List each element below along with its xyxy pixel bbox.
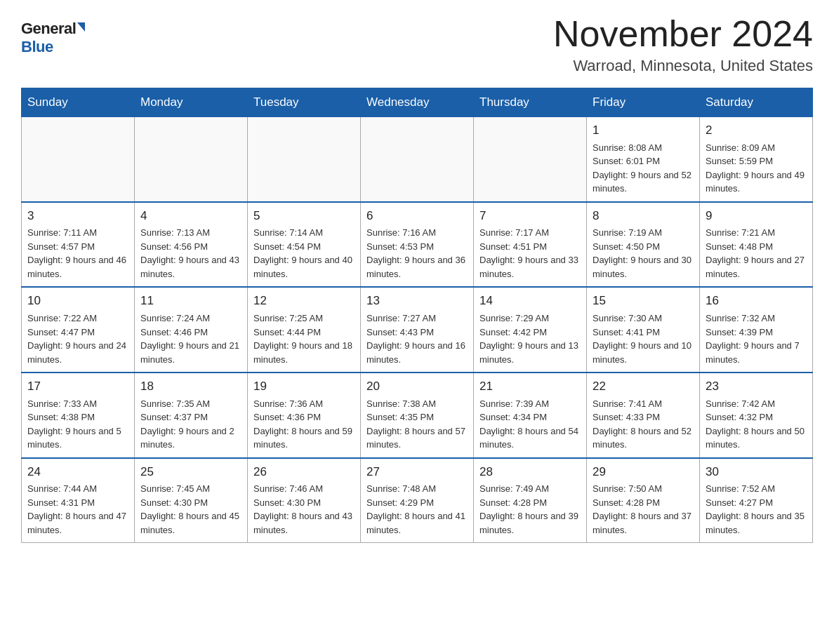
- day-info: Sunrise: 7:30 AM Sunset: 4:41 PM Dayligh…: [593, 311, 694, 366]
- calendar-cell: [135, 117, 248, 202]
- calendar-week-row: 1Sunrise: 8:08 AM Sunset: 6:01 PM Daylig…: [22, 117, 813, 202]
- day-info: Sunrise: 7:38 AM Sunset: 4:35 PM Dayligh…: [366, 397, 468, 452]
- calendar-cell: 21Sunrise: 7:39 AM Sunset: 4:34 PM Dayli…: [474, 373, 587, 458]
- day-info: Sunrise: 7:48 AM Sunset: 4:29 PM Dayligh…: [366, 482, 468, 537]
- day-info: Sunrise: 7:24 AM Sunset: 4:46 PM Dayligh…: [140, 311, 241, 366]
- day-number: 4: [140, 208, 241, 225]
- day-number: 29: [593, 464, 694, 481]
- calendar-cell: 23Sunrise: 7:42 AM Sunset: 4:32 PM Dayli…: [700, 373, 813, 458]
- calendar-header-saturday: Saturday: [700, 88, 813, 117]
- calendar-cell: 19Sunrise: 7:36 AM Sunset: 4:36 PM Dayli…: [248, 373, 361, 458]
- title-block: November 2024 Warroad, Minnesota, United…: [553, 14, 813, 75]
- calendar-cell: 4Sunrise: 7:13 AM Sunset: 4:56 PM Daylig…: [135, 202, 248, 288]
- day-number: 5: [253, 208, 355, 225]
- day-number: 22: [593, 378, 694, 396]
- day-number: 26: [253, 464, 355, 481]
- day-info: Sunrise: 7:27 AM Sunset: 4:43 PM Dayligh…: [366, 311, 468, 366]
- calendar-cell: 24Sunrise: 7:44 AM Sunset: 4:31 PM Dayli…: [22, 458, 135, 543]
- day-info: Sunrise: 7:39 AM Sunset: 4:34 PM Dayligh…: [479, 397, 581, 452]
- day-number: 2: [706, 122, 807, 140]
- day-info: Sunrise: 7:49 AM Sunset: 4:28 PM Dayligh…: [479, 482, 581, 537]
- day-number: 17: [27, 378, 128, 396]
- calendar-cell: 7Sunrise: 7:17 AM Sunset: 4:51 PM Daylig…: [474, 202, 587, 288]
- day-number: 10: [27, 293, 128, 310]
- day-info: Sunrise: 8:08 AM Sunset: 6:01 PM Dayligh…: [593, 141, 694, 196]
- logo-blue-text: Blue: [21, 38, 53, 55]
- calendar-cell: [474, 117, 587, 202]
- calendar-header-monday: Monday: [135, 88, 248, 117]
- calendar-cell: 30Sunrise: 7:52 AM Sunset: 4:27 PM Dayli…: [700, 458, 813, 543]
- day-info: Sunrise: 7:19 AM Sunset: 4:50 PM Dayligh…: [593, 226, 694, 281]
- day-info: Sunrise: 7:52 AM Sunset: 4:27 PM Dayligh…: [706, 482, 807, 537]
- day-number: 27: [366, 464, 468, 481]
- day-number: 8: [593, 208, 694, 225]
- calendar-cell: 1Sunrise: 8:08 AM Sunset: 6:01 PM Daylig…: [587, 117, 700, 202]
- day-number: 11: [140, 293, 241, 310]
- month-title: November 2024: [553, 14, 813, 54]
- page-header: General Blue November 2024 Warroad, Minn…: [21, 14, 813, 75]
- logo-general-text: General: [21, 20, 76, 38]
- calendar-cell: 12Sunrise: 7:25 AM Sunset: 4:44 PM Dayli…: [248, 287, 361, 373]
- calendar-cell: 6Sunrise: 7:16 AM Sunset: 4:53 PM Daylig…: [361, 202, 474, 288]
- day-info: Sunrise: 7:17 AM Sunset: 4:51 PM Dayligh…: [479, 226, 581, 281]
- day-number: 16: [706, 293, 807, 310]
- day-number: 1: [593, 122, 694, 140]
- calendar-week-row: 3Sunrise: 7:11 AM Sunset: 4:57 PM Daylig…: [22, 202, 813, 288]
- calendar-cell: 28Sunrise: 7:49 AM Sunset: 4:28 PM Dayli…: [474, 458, 587, 543]
- day-info: Sunrise: 7:16 AM Sunset: 4:53 PM Dayligh…: [366, 226, 468, 281]
- day-info: Sunrise: 7:25 AM Sunset: 4:44 PM Dayligh…: [253, 311, 355, 366]
- logo: General Blue: [21, 14, 85, 56]
- day-number: 18: [140, 378, 241, 396]
- calendar-header-friday: Friday: [587, 88, 700, 117]
- calendar-cell: 16Sunrise: 7:32 AM Sunset: 4:39 PM Dayli…: [700, 287, 813, 373]
- day-number: 3: [27, 208, 128, 225]
- day-info: Sunrise: 7:29 AM Sunset: 4:42 PM Dayligh…: [479, 311, 581, 366]
- day-info: Sunrise: 7:44 AM Sunset: 4:31 PM Dayligh…: [27, 482, 128, 537]
- day-number: 20: [366, 378, 468, 396]
- calendar-cell: 18Sunrise: 7:35 AM Sunset: 4:37 PM Dayli…: [135, 373, 248, 458]
- calendar-header-tuesday: Tuesday: [248, 88, 361, 117]
- day-info: Sunrise: 7:50 AM Sunset: 4:28 PM Dayligh…: [593, 482, 694, 537]
- day-number: 24: [27, 464, 128, 481]
- calendar-cell: [361, 117, 474, 202]
- day-number: 6: [366, 208, 468, 225]
- day-number: 14: [479, 293, 581, 310]
- day-info: Sunrise: 8:09 AM Sunset: 5:59 PM Dayligh…: [706, 141, 807, 196]
- calendar-cell: 25Sunrise: 7:45 AM Sunset: 4:30 PM Dayli…: [135, 458, 248, 543]
- calendar-table: SundayMondayTuesdayWednesdayThursdayFrid…: [21, 88, 813, 543]
- day-number: 15: [593, 293, 694, 310]
- calendar-cell: 13Sunrise: 7:27 AM Sunset: 4:43 PM Dayli…: [361, 287, 474, 373]
- day-info: Sunrise: 7:35 AM Sunset: 4:37 PM Dayligh…: [140, 397, 241, 452]
- day-info: Sunrise: 7:36 AM Sunset: 4:36 PM Dayligh…: [253, 397, 355, 452]
- calendar-week-row: 10Sunrise: 7:22 AM Sunset: 4:47 PM Dayli…: [22, 287, 813, 373]
- day-number: 25: [140, 464, 241, 481]
- day-info: Sunrise: 7:45 AM Sunset: 4:30 PM Dayligh…: [140, 482, 241, 537]
- day-number: 23: [706, 378, 807, 396]
- calendar-cell: 22Sunrise: 7:41 AM Sunset: 4:33 PM Dayli…: [587, 373, 700, 458]
- calendar-cell: 8Sunrise: 7:19 AM Sunset: 4:50 PM Daylig…: [587, 202, 700, 288]
- calendar-cell: 27Sunrise: 7:48 AM Sunset: 4:29 PM Dayli…: [361, 458, 474, 543]
- day-info: Sunrise: 7:22 AM Sunset: 4:47 PM Dayligh…: [27, 311, 128, 366]
- calendar-cell: 3Sunrise: 7:11 AM Sunset: 4:57 PM Daylig…: [22, 202, 135, 288]
- day-number: 13: [366, 293, 468, 310]
- day-number: 12: [253, 293, 355, 310]
- day-info: Sunrise: 7:14 AM Sunset: 4:54 PM Dayligh…: [253, 226, 355, 281]
- calendar-cell: 2Sunrise: 8:09 AM Sunset: 5:59 PM Daylig…: [700, 117, 813, 202]
- calendar-cell: 26Sunrise: 7:46 AM Sunset: 4:30 PM Dayli…: [248, 458, 361, 543]
- day-info: Sunrise: 7:41 AM Sunset: 4:33 PM Dayligh…: [593, 397, 694, 452]
- day-info: Sunrise: 7:46 AM Sunset: 4:30 PM Dayligh…: [253, 482, 355, 537]
- calendar-week-row: 17Sunrise: 7:33 AM Sunset: 4:38 PM Dayli…: [22, 373, 813, 458]
- day-number: 7: [479, 208, 581, 225]
- day-number: 30: [706, 464, 807, 481]
- day-info: Sunrise: 7:32 AM Sunset: 4:39 PM Dayligh…: [706, 311, 807, 366]
- calendar-cell: 9Sunrise: 7:21 AM Sunset: 4:48 PM Daylig…: [700, 202, 813, 288]
- calendar-week-row: 24Sunrise: 7:44 AM Sunset: 4:31 PM Dayli…: [22, 458, 813, 543]
- calendar-cell: 29Sunrise: 7:50 AM Sunset: 4:28 PM Dayli…: [587, 458, 700, 543]
- day-info: Sunrise: 7:13 AM Sunset: 4:56 PM Dayligh…: [140, 226, 241, 281]
- calendar-cell: 20Sunrise: 7:38 AM Sunset: 4:35 PM Dayli…: [361, 373, 474, 458]
- day-info: Sunrise: 7:11 AM Sunset: 4:57 PM Dayligh…: [27, 226, 128, 281]
- calendar-header-row: SundayMondayTuesdayWednesdayThursdayFrid…: [22, 88, 813, 117]
- calendar-cell: [248, 117, 361, 202]
- calendar-cell: 15Sunrise: 7:30 AM Sunset: 4:41 PM Dayli…: [587, 287, 700, 373]
- day-info: Sunrise: 7:42 AM Sunset: 4:32 PM Dayligh…: [706, 397, 807, 452]
